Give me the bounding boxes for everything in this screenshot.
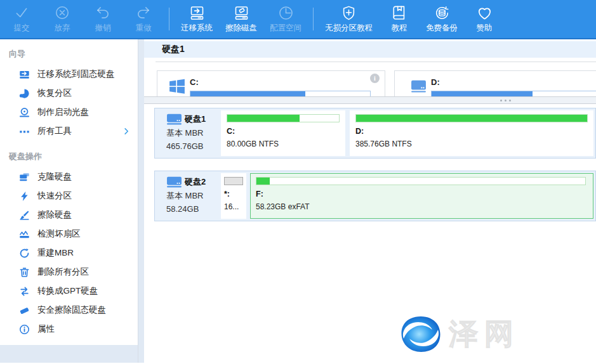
partition-tutorial-button[interactable]: 无损分区教程 [319,0,379,38]
main-panel: 硬盘1 C: i D [144,39,596,363]
sidebar-item-rebuild-mbr[interactable]: 重建MBR [0,244,138,263]
hard-disk-icon [166,176,182,188]
partition-d[interactable]: D: 385.76GB NTFS [350,110,593,156]
sidebar-item-label: 所有工具 [37,126,72,137]
disk-layout: 基本 MBR [166,190,221,202]
sidebar-filler [0,345,138,363]
clone-disk-icon [19,172,30,183]
partition-c[interactable]: C: 80.00GB NTFS [221,110,345,156]
tutorial-button[interactable]: 教程 [379,0,420,38]
sidebar-item-label: 制作启动光盘 [37,107,89,118]
wipe-disk-label: 擦除磁盘 [225,23,257,34]
toolbar: 提交 放弃 撤销 重做 迁移系统 擦除磁盘 配置空间 [0,0,596,39]
partition-f-selected[interactable]: F: 58.23GB exFAT [250,173,593,219]
secure-erase-icon [19,305,30,316]
sidebar-item-recover-partition[interactable]: 恢复分区 [0,84,138,103]
sidebar-item-erase-disk[interactable]: 擦除硬盘 [0,205,138,224]
disk1-info-block[interactable]: 硬盘1 基本 MBR 465.76GB [157,110,221,156]
disk-row-1: 硬盘1 基本 MBR 465.76GB C: 80.00GB NTFS [154,108,596,159]
disk-size: 58.24GB [166,204,221,214]
migrate-system-label: 迁移系统 [181,23,213,34]
migrate-system-button[interactable]: 迁移系统 [175,0,219,38]
redo-label: 重做 [136,23,152,34]
commit-label: 提交 [14,23,30,34]
disk-row-2: 硬盘2 基本 MBR 58.24GB *: 16... F: [154,171,596,221]
watermark-logo-icon [398,315,444,354]
splitter-grip[interactable] [500,100,511,101]
partition-label: D: [355,127,588,136]
wipe-disk-button[interactable]: 擦除磁盘 [219,0,263,38]
tab-disk1[interactable]: 硬盘1 [144,44,185,55]
used-space-bar [227,114,340,122]
sidebar-item-delete-partitions[interactable]: 删除所有分区 [0,263,138,282]
sidebar-item-convert-gpt[interactable]: 转换成GPT硬盘 [0,282,138,301]
sidebar-item-label: 迁移系统到固态硬盘 [37,68,115,80]
partition-detail: 385.76GB NTFS [355,140,588,148]
partition-label: F: [256,190,588,198]
allocate-space-button[interactable]: 配置空间 [263,0,308,38]
sidebar-item-properties[interactable]: 属性 [0,320,138,339]
undo-button[interactable]: 撤销 [83,0,123,38]
info-icon[interactable]: i [370,74,380,83]
sidebar-item-label: 恢复分区 [37,88,72,99]
allocate-space-label: 配置空间 [270,23,301,34]
rebuild-mbr-icon [19,248,30,259]
used-space-fill [256,178,270,185]
commit-button[interactable]: 提交 [1,0,42,38]
disk-name: 硬盘2 [185,176,206,188]
hard-disk-icon [166,113,182,126]
book-icon [391,4,408,21]
disk-name: 硬盘1 [185,114,206,125]
sidebar-item-label: 快速分区 [37,190,72,202]
volume-card-d[interactable]: D: [394,70,596,96]
sidebar-item-label: 转换成GPT硬盘 [37,285,98,297]
wipe-disk-icon [233,4,250,21]
redo-button[interactable]: 重做 [123,0,164,38]
used-space-fill [225,178,242,185]
sidebar-item-label: 擦除硬盘 [37,209,72,221]
volume-card-c[interactable]: C: i [157,70,385,96]
used-space-bar [224,177,243,185]
sidebar-item-label: 删除所有分区 [37,266,89,278]
toolbar-separator [313,8,314,30]
sidebar-item-bad-sector[interactable]: 检测坏扇区 [0,224,138,244]
used-space-bar [256,177,586,185]
content-area: 向导 迁移系统到固态硬盘 恢复分区 制作启动光盘 [0,39,596,363]
disk-size: 465.76GB [166,141,221,151]
partition-detail: 16... [224,202,243,211]
panel-splitter[interactable] [144,96,596,104]
partition-unnamed[interactable]: *: 16... [221,173,246,219]
sidebar-item-all-tools[interactable]: 所有工具 [0,122,138,141]
toolbar-separator [169,8,169,30]
sidebar-item-secure-erase[interactable]: 安全擦除固态硬盘 [0,301,138,320]
sidebar-item-quick-partition[interactable]: 快速分区 [0,186,138,205]
free-backup-label: 免费备份 [426,23,458,34]
free-backup-button[interactable]: 免费备份 [420,0,464,38]
disk2-info-block[interactable]: 硬盘2 基本 MBR 58.24GB [157,173,221,219]
partition-label: C: [227,127,340,136]
undo-label: 撤销 [95,23,111,34]
backup-icon [434,4,451,21]
sidebar-item-bootable-disc[interactable]: 制作启动光盘 [0,103,138,122]
redo-icon [135,4,152,21]
sponsor-button[interactable]: 赞助 [464,0,505,38]
bootable-disc-icon [19,107,30,118]
discard-circle-x-icon [54,4,70,21]
migrate-system-disk-icon [189,4,206,21]
drive-icon [410,79,427,94]
volume-label: D: [431,77,596,87]
sidebar-item-migrate-ssd[interactable]: 迁移系统到固态硬盘 [0,65,138,84]
heart-icon [476,4,493,21]
sidebar-list: 向导 迁移系统到固态硬盘 恢复分区 制作启动光盘 [0,39,138,345]
used-space-fill [227,115,300,122]
allocate-space-icon [277,4,295,21]
chevron-right-icon [123,127,130,135]
undo-icon [95,4,111,21]
partition-detail: 58.23GB exFAT [256,202,588,211]
watermark-text: 泽网 [449,315,520,354]
sidebar-item-clone-disk[interactable]: 克隆硬盘 [0,167,138,186]
volume-usage-fill [190,91,305,96]
sidebar-section-wizard: 向导 [0,48,138,65]
discard-button[interactable]: 放弃 [42,0,83,38]
tutorial-label: 教程 [392,23,407,34]
